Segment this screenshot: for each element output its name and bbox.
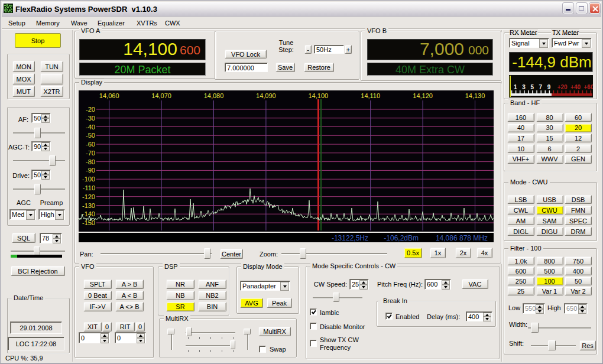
svg-text:14,110: 14,110 [361, 92, 380, 99]
svg-text:-40: -40 [86, 124, 95, 131]
svg-text:14,130: 14,130 [465, 92, 485, 99]
svg-text:-30: -30 [86, 115, 95, 122]
svg-text:-140: -140 [82, 210, 95, 217]
svg-text:+40: +40 [570, 84, 581, 90]
svg-text:14,120: 14,120 [413, 92, 433, 99]
svg-text:5: 5 [530, 84, 534, 90]
svg-text:-130: -130 [82, 202, 95, 209]
svg-text:14,090: 14,090 [256, 92, 276, 99]
svg-text:14,080: 14,080 [204, 92, 224, 99]
svg-text:-80: -80 [86, 158, 95, 165]
svg-text:14,100: 14,100 [308, 92, 328, 99]
svg-text:-50: -50 [86, 132, 95, 139]
svg-text:-100: -100 [82, 176, 95, 183]
svg-text:14,060: 14,060 [99, 92, 119, 99]
svg-text:9: 9 [547, 84, 551, 90]
svg-text:3: 3 [522, 84, 526, 90]
svg-text:1: 1 [514, 84, 517, 90]
svg-text:-150: -150 [82, 219, 95, 226]
svg-text:14,070: 14,070 [151, 92, 171, 99]
svg-text:-20: -20 [86, 106, 95, 113]
svg-text:-70: -70 [86, 150, 95, 157]
svg-text:7: 7 [539, 84, 543, 90]
svg-text:+20: +20 [557, 84, 568, 90]
svg-text:-120: -120 [82, 193, 95, 200]
svg-text:-90: -90 [86, 167, 95, 174]
svg-text:-110: -110 [83, 184, 95, 191]
svg-text:+60: +60 [584, 84, 593, 90]
svg-text:-60: -60 [86, 141, 95, 148]
